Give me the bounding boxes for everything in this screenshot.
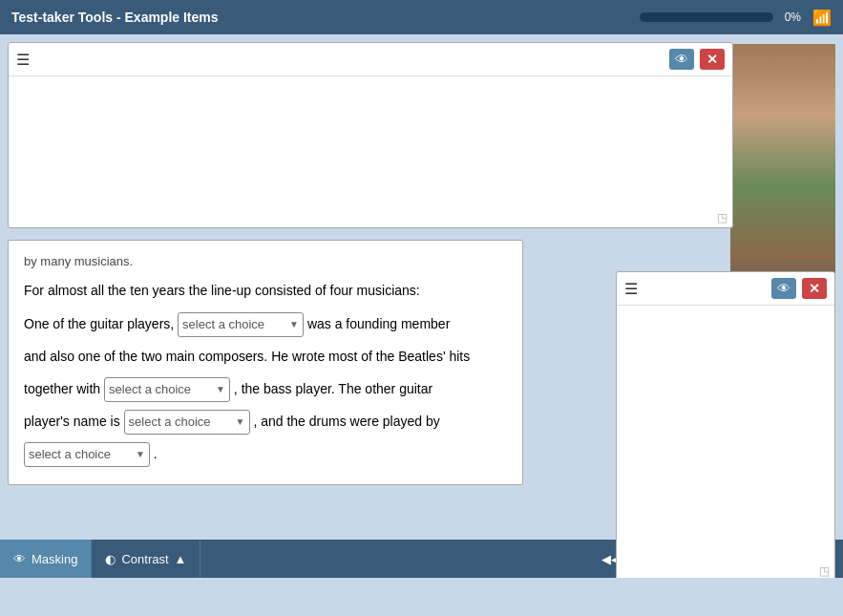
dropdown-1[interactable]: select a choice (182, 317, 287, 331)
secondary-panel-close-button[interactable]: ✕ (802, 278, 827, 299)
sentence4-post: , and the drums were played by (253, 414, 439, 429)
secondary-hamburger-icon[interactable]: ☰ (624, 280, 638, 298)
sentence1-post: was a founding member (307, 316, 450, 331)
dropdown-3[interactable]: select a choice (129, 414, 234, 429)
secondary-panel-eye-button[interactable]: 👁 (771, 278, 796, 299)
sentence1-pre: One of the guitar players, (24, 316, 174, 331)
sentence2-text: and also one of the two main composers. … (24, 349, 470, 364)
masking-icon: 👁 (13, 552, 26, 566)
main-panel-close-button[interactable]: ✕ (700, 49, 725, 70)
dropdown-4[interactable]: select a choice (29, 447, 134, 461)
contrast-button[interactable]: ◐ Contrast ▲ (92, 540, 200, 578)
masking-label: Masking (32, 552, 77, 566)
contrast-icon: ◐ (105, 552, 116, 566)
progress-bar-container (640, 12, 773, 22)
wifi-icon: 📶 (812, 9, 832, 27)
dropdown-2-arrow: ▼ (216, 380, 225, 399)
by-line-text: by many musicians. (24, 252, 507, 272)
main-floating-panel: ☰ 👁 ✕ ◳ (8, 42, 733, 228)
progress-percent: 0% (785, 11, 801, 24)
hamburger-icon[interactable]: ☰ (16, 51, 30, 69)
sentence-1: One of the guitar players, select a choi… (24, 310, 507, 337)
secondary-floating-panel: ☰ 👁 ✕ ◳ (616, 271, 835, 578)
app-title: Test-taker Tools - Example Items (11, 10, 219, 25)
main-area: ☰ 👁 ✕ ◳ by many musicians. For almost al… (0, 34, 843, 578)
sentence4-pre: player's name is (24, 414, 120, 429)
dropdown-4-container[interactable]: select a choice ▼ (24, 442, 150, 467)
sentence3-pre: together with (24, 381, 100, 396)
contrast-label: Contrast (121, 552, 168, 566)
dropdown-2-container[interactable]: select a choice ▼ (104, 377, 230, 402)
dropdown-3-arrow: ▼ (236, 413, 245, 432)
masking-button[interactable]: 👁 Masking (0, 540, 92, 578)
intro-text: For almost all the ten years the line-up… (24, 280, 507, 301)
secondary-panel-body (617, 306, 834, 321)
header: Test-taker Tools - Example Items 0% 📶 (0, 0, 843, 34)
sentence-5: select a choice ▼ . (24, 440, 507, 467)
sentence-2: and also one of the two main composers. … (24, 343, 507, 370)
main-panel-toolbar: ☰ 👁 ✕ (9, 43, 732, 76)
secondary-panel-resize-handle[interactable]: ◳ (819, 565, 831, 577)
main-panel-body (9, 76, 732, 92)
dropdown-4-arrow: ▼ (136, 445, 145, 464)
sentence-4: player's name is select a choice ▼ , and… (24, 408, 507, 435)
dropdown-3-container[interactable]: select a choice ▼ (124, 410, 250, 435)
period: . (154, 446, 158, 461)
header-right: 0% 📶 (640, 9, 832, 27)
sentence3-post: , the bass player. The other guitar (234, 381, 432, 396)
secondary-panel-toolbar: ☰ 👁 ✕ (617, 272, 834, 306)
reading-area: by many musicians. For almost all the te… (8, 240, 523, 485)
contrast-arrow-icon: ▲ (175, 552, 187, 566)
dropdown-2[interactable]: select a choice (109, 382, 214, 396)
main-panel-resize-handle[interactable]: ◳ (717, 212, 728, 223)
dropdown-1-container[interactable]: select a choice ▼ (178, 312, 304, 337)
secondary-panel-toolbar-right: 👁 ✕ (771, 278, 827, 299)
bottom-left-tools: 👁 Masking ◐ Contrast ▲ (0, 540, 200, 578)
main-panel-toolbar-right: 👁 ✕ (669, 49, 725, 70)
sentence-3: together with select a choice ▼ , the ba… (24, 375, 507, 402)
main-panel-eye-button[interactable]: 👁 (669, 49, 694, 70)
dropdown-1-arrow: ▼ (289, 315, 299, 334)
